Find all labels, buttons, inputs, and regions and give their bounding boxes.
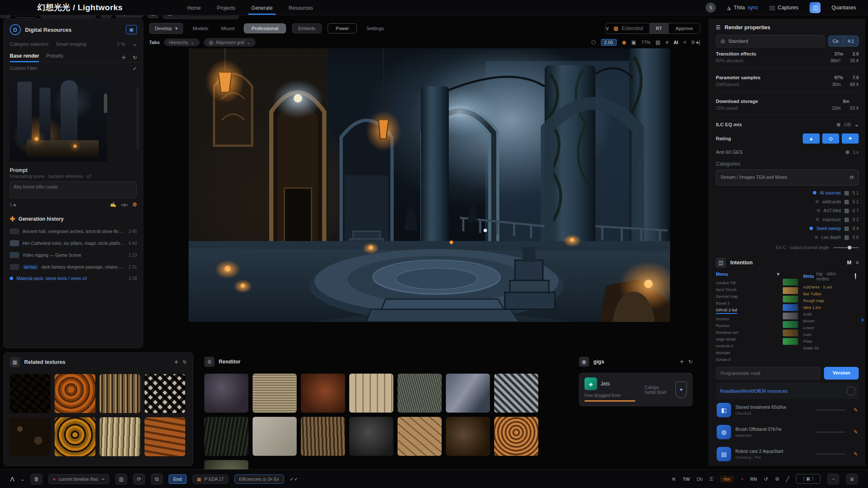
radio-dot[interactable] xyxy=(813,191,816,194)
texture-swatch[interactable] xyxy=(253,374,297,413)
chart-button[interactable]: ▥ xyxy=(115,474,127,485)
rating-button-2[interactable]: ◇ xyxy=(822,133,839,144)
meta-item[interactable]: Plate xyxy=(803,338,859,344)
menu-item[interactable]: Raviner xyxy=(716,322,779,329)
gamepad-icon[interactable]: ⬡ xyxy=(591,39,595,45)
magic-icon[interactable]: ❂ xyxy=(133,202,137,208)
key-icon[interactable]: ⚿ xyxy=(709,476,713,482)
menu-resources[interactable]: Resources xyxy=(288,1,314,14)
render-viewport[interactable] xyxy=(189,48,670,322)
prop-label[interactable]: Parameter samples xyxy=(716,75,760,80)
asset-thumb[interactable] xyxy=(783,304,798,311)
edit-icon[interactable]: ✎ xyxy=(849,451,858,457)
edit-icon[interactable]: ✎ xyxy=(849,407,858,413)
menu-item[interactable]: edge detail xyxy=(716,336,779,342)
texture-swatch[interactable] xyxy=(100,417,140,456)
grid-orange-icon[interactable]: ▦ xyxy=(613,23,618,33)
texture-swatch[interactable] xyxy=(349,374,393,413)
hierarchy-pill[interactable]: Hierarchy ⌄ xyxy=(164,39,200,46)
meta-item[interactable]: Idea 1.2m xyxy=(803,304,859,311)
gig-card[interactable]: ◈ Jets Few dragged from Caloga SeNb Brie… xyxy=(579,373,693,406)
rotate-button[interactable]: ⟳ xyxy=(133,474,145,485)
handles-icon[interactable]: ⊪●| xyxy=(691,39,700,45)
edit-icon[interactable]: ✎ xyxy=(849,429,858,435)
refresh-icon[interactable]: ↻ xyxy=(183,359,187,365)
grid-pill[interactable]: ◎ Alignment grid ⌄ xyxy=(204,38,256,47)
menu-home[interactable]: Home xyxy=(186,1,202,14)
m-button[interactable]: M xyxy=(847,260,851,266)
version-button[interactable]: Version xyxy=(824,367,859,380)
road-search-input[interactable]: Programmatic road xyxy=(716,367,821,380)
v-icon[interactable]: ∨ xyxy=(606,23,609,33)
brush-icon[interactable]: ✍ xyxy=(110,202,116,208)
seg-rt[interactable]: RT xyxy=(649,23,669,33)
menu-item[interactable]: conduit 7/9 xyxy=(716,279,779,286)
prompt-input[interactable]: Alta forest elfin castle xyxy=(10,181,137,198)
loop-icon[interactable]: ↺ xyxy=(764,476,768,482)
captures-nav[interactable]: ▯▯ Captures xyxy=(769,5,798,11)
texture-swatch[interactable] xyxy=(446,374,490,413)
asset-thumb[interactable] xyxy=(783,287,798,294)
list-icon[interactable]: ≡ xyxy=(856,260,859,266)
eda-group[interactable]: ▦ P EDA 17 xyxy=(192,474,228,484)
add-icon[interactable]: ✛ xyxy=(680,359,684,365)
radio-row[interactable]: wildcards ▤ 5 1 xyxy=(815,199,859,205)
asset-thumb[interactable] xyxy=(783,296,798,302)
radio-dot[interactable] xyxy=(815,200,819,203)
power-button[interactable]: Power xyxy=(328,23,357,33)
pie-icon[interactable]: ◔ xyxy=(740,476,743,482)
db-indicator[interactable]: Db xyxy=(697,477,703,482)
frame-icon[interactable]: ▣ xyxy=(631,39,636,45)
menu-item-active[interactable]: GRAD 2 lsd xyxy=(716,306,737,314)
menu-item[interactable]: mmKnit 4 xyxy=(716,342,779,349)
texture-swatch[interactable] xyxy=(494,417,538,456)
rating-button-3[interactable]: ✦ xyxy=(842,133,859,144)
texture-swatch[interactable] xyxy=(349,417,393,456)
resource-card[interactable]: ▤ Robot cast 2 AquaStart Crossing · Pre … xyxy=(716,443,859,465)
seg-ratio[interactable]: 4:1 xyxy=(843,36,858,46)
layers-icon[interactable]: ▤ xyxy=(656,39,660,45)
texture-swatch[interactable] xyxy=(204,417,248,456)
menu-item[interactable]: vDraw 0 xyxy=(716,356,779,363)
tab-professional[interactable]: Professional xyxy=(244,23,286,33)
add-icon[interactable]: ✛ xyxy=(122,55,126,61)
mode-label[interactable]: Smart imaging xyxy=(56,42,86,47)
menu-item[interactable]: Next Tizzoli xyxy=(716,286,779,293)
texture-swatch[interactable] xyxy=(145,374,185,413)
add-icon[interactable]: ✛ xyxy=(174,359,178,365)
rating-button-1[interactable]: ▲ xyxy=(803,133,820,144)
history-row[interactable]: Video rigging — Game Scene 1 23 xyxy=(4,249,143,261)
refresh-icon[interactable]: ⟳ xyxy=(850,175,854,180)
texture-swatch[interactable] xyxy=(10,374,50,413)
asset-thumb[interactable] xyxy=(783,279,798,286)
list-icon[interactable]: ≡ xyxy=(665,39,668,45)
meta-item[interactable]: Rough map xyxy=(803,297,859,304)
quantases-nav[interactable]: Quantases xyxy=(832,5,856,11)
texture-swatch[interactable] xyxy=(204,374,248,413)
radio-row[interactable]: AST.Mkit ▤ 0 7 xyxy=(817,208,859,214)
asset-thumb[interactable] xyxy=(783,338,798,345)
send-icon[interactable]: ◅▻ xyxy=(120,202,128,208)
history-row[interactable]: Material pack: stone brick / vines v2 3 … xyxy=(4,273,143,284)
zoom-level[interactable]: 2.01 xyxy=(601,39,617,46)
radio-row[interactable]: Seed sweep ▤ 8 4 xyxy=(810,225,859,231)
develop-dropdown[interactable]: Develop ▾ xyxy=(149,23,183,34)
texture-swatch[interactable] xyxy=(10,417,50,456)
lambda-menu[interactable]: Λ xyxy=(10,475,14,482)
meta-header[interactable]: Meta xyxy=(803,274,814,279)
preview-thumbnail[interactable] xyxy=(10,77,107,161)
category-label[interactable]: Category selection xyxy=(10,42,48,47)
meta-item[interactable]: Bloom xyxy=(803,317,859,324)
tw-indicator[interactable]: TW xyxy=(683,477,690,482)
render-select[interactable]: ◎ Standard xyxy=(716,35,825,47)
circle-button[interactable] xyxy=(847,387,855,395)
asset-thumb[interactable] xyxy=(783,321,798,328)
efficiency-group[interactable]: Efficiencies ◎ 2≠ Ex xyxy=(234,474,284,484)
radio-row[interactable]: exposure ▤ 0 2 xyxy=(816,216,859,222)
prop-label[interactable]: Transition effects xyxy=(716,51,756,56)
end-tile[interactable]: End xyxy=(169,474,186,484)
texture-swatch[interactable] xyxy=(446,417,490,456)
texture-swatch[interactable] xyxy=(55,417,95,456)
menu-item[interactable]: Monster xyxy=(716,349,779,356)
meta-item[interactable]: Auto xyxy=(803,331,859,338)
